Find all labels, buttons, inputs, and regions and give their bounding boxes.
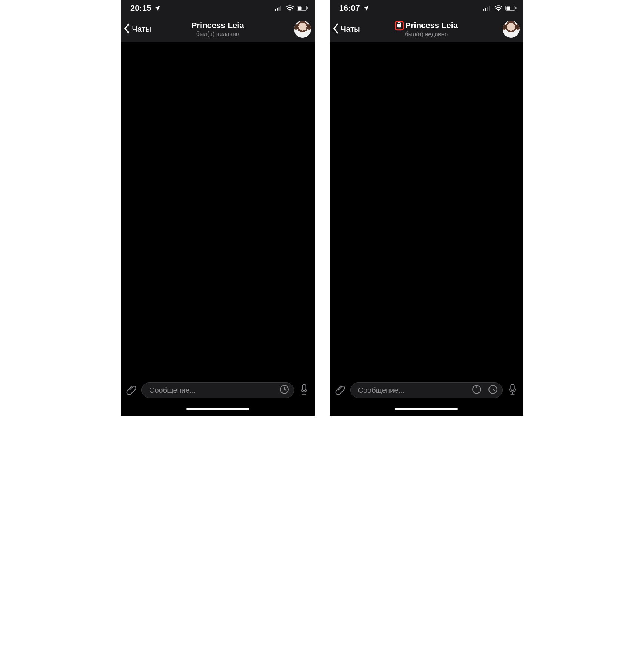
sticker-clock-icon: [488, 385, 498, 396]
chat-body-empty[interactable]: [121, 42, 315, 378]
battery-icon: [505, 6, 517, 11]
back-button[interactable]: Чаты: [121, 23, 151, 36]
input-bar: [330, 378, 524, 402]
self-destruct-timer-button[interactable]: [470, 384, 483, 396]
attach-button[interactable]: [125, 384, 138, 396]
chat-subtitle: был(а) недавно: [395, 31, 458, 38]
chat-navbar: Чаты Princess Leia был(а) недавно: [121, 16, 315, 42]
svg-rect-16: [507, 7, 510, 10]
message-input[interactable]: [149, 386, 278, 395]
status-bar: 16:07: [330, 0, 524, 16]
mic-button[interactable]: [506, 384, 519, 396]
paperclip-icon: [335, 384, 346, 396]
avatar[interactable]: [503, 21, 520, 38]
phone-screen-secret-chat: 16:07 Ча: [330, 0, 524, 416]
chat-title-block[interactable]: Princess Leia был(а) недавно: [191, 21, 244, 37]
svg-rect-2: [278, 7, 280, 11]
microphone-icon: [300, 384, 308, 396]
svg-rect-13: [489, 6, 490, 11]
svg-point-4: [289, 10, 290, 11]
svg-point-14: [498, 10, 499, 11]
svg-point-20: [476, 386, 477, 388]
status-time: 16:07: [339, 3, 360, 13]
attach-button[interactable]: [334, 384, 347, 396]
self-destruct-timer-icon: [472, 385, 481, 396]
chat-subtitle: был(а) недавно: [191, 31, 244, 37]
svg-rect-6: [298, 7, 301, 10]
battery-icon: [297, 6, 308, 11]
phone-screen-regular-chat: 20:15 Ча: [121, 0, 315, 416]
sticker-button[interactable]: [487, 384, 499, 396]
chat-title-block[interactable]: Princess Leia был(а) недавно: [395, 21, 458, 38]
back-label: Чаты: [132, 24, 151, 34]
svg-rect-11: [485, 8, 486, 11]
sticker-clock-icon: [280, 385, 289, 396]
wifi-icon: [494, 5, 503, 11]
paperclip-icon: [126, 384, 137, 396]
avatar[interactable]: [294, 21, 311, 38]
message-input[interactable]: [357, 386, 471, 395]
status-bar: 20:15: [121, 0, 315, 16]
cell-signal-icon: [275, 6, 283, 11]
svg-rect-7: [307, 7, 308, 9]
chat-navbar: Чаты Princess Leia был(а) недавно: [330, 16, 524, 42]
lock-icon: [397, 21, 402, 30]
location-arrow-icon: [363, 5, 370, 11]
chevron-left-icon: [123, 23, 131, 36]
message-field[interactable]: [350, 382, 503, 398]
mic-button[interactable]: [298, 384, 310, 396]
svg-rect-12: [487, 7, 488, 11]
home-indicator[interactable]: [121, 402, 315, 416]
home-indicator[interactable]: [330, 402, 524, 416]
svg-rect-17: [515, 7, 517, 9]
svg-rect-22: [511, 384, 514, 390]
back-button[interactable]: Чаты: [330, 23, 360, 36]
input-bar: [121, 378, 315, 402]
chat-title: Princess Leia: [405, 21, 458, 30]
back-label: Чаты: [341, 24, 360, 34]
microphone-icon: [508, 384, 517, 396]
message-field[interactable]: [141, 382, 294, 398]
lock-indicator-highlight: [395, 21, 404, 30]
svg-rect-18: [397, 24, 401, 27]
svg-rect-9: [302, 384, 306, 390]
wifi-icon: [286, 5, 294, 11]
chevron-left-icon: [332, 23, 340, 36]
sticker-button[interactable]: [278, 384, 291, 396]
svg-rect-10: [483, 9, 484, 11]
status-time: 20:15: [130, 3, 151, 13]
cell-signal-icon: [483, 6, 491, 11]
chat-body-empty[interactable]: [330, 42, 524, 378]
svg-rect-1: [277, 8, 278, 11]
svg-rect-0: [275, 9, 276, 11]
chat-title: Princess Leia: [191, 21, 244, 30]
svg-rect-3: [280, 6, 281, 11]
location-arrow-icon: [154, 5, 161, 11]
